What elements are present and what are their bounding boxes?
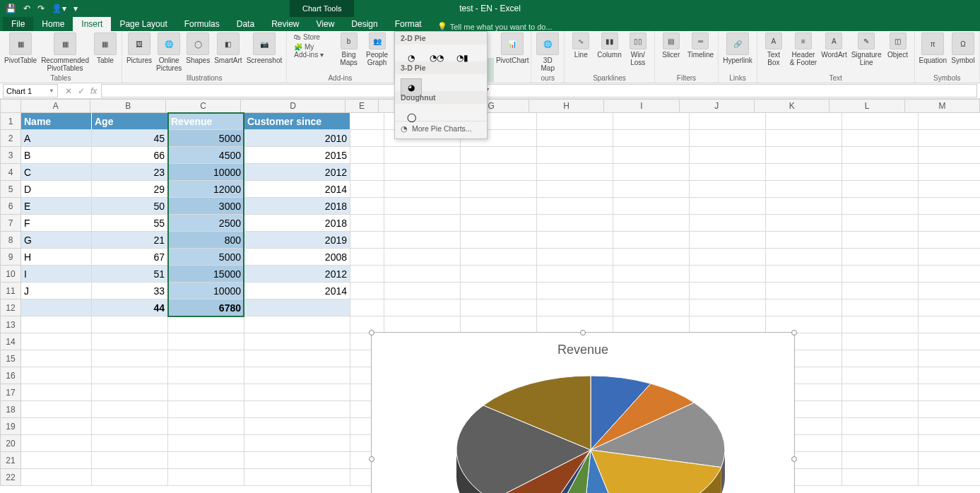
cell[interactable] — [21, 452, 92, 469]
cell[interactable] — [919, 401, 980, 418]
cell[interactable] — [766, 164, 842, 181]
cell[interactable] — [842, 367, 919, 384]
cell[interactable]: 12000 — [168, 181, 244, 198]
cell[interactable] — [92, 350, 168, 367]
column-header[interactable]: E — [346, 99, 379, 113]
pie-of-pie-button[interactable]: ◔◔ — [426, 49, 447, 67]
cell[interactable] — [537, 316, 613, 333]
cell[interactable]: Revenue — [168, 113, 244, 130]
cell[interactable] — [842, 147, 919, 164]
cell[interactable] — [690, 283, 766, 299]
tab-formulas[interactable]: Formulas — [176, 17, 228, 31]
cell[interactable] — [919, 384, 980, 401]
cell[interactable] — [690, 215, 766, 232]
cell[interactable] — [21, 469, 92, 486]
cell[interactable]: 50 — [92, 198, 168, 215]
chart-object[interactable]: Revenue 12345678910 — [371, 332, 795, 493]
cell[interactable] — [537, 181, 613, 198]
name-box[interactable]: Chart 1▼ — [3, 84, 58, 97]
hyperlink-button[interactable]: 🔗Hyperlink — [723, 32, 752, 64]
cell[interactable] — [461, 232, 537, 249]
cell[interactable] — [690, 130, 766, 147]
cell[interactable] — [537, 299, 613, 316]
fx-icon[interactable]: fx — [90, 86, 97, 96]
people-graph-button[interactable]: 👥People Graph — [365, 32, 389, 66]
row-header[interactable]: 21 — [0, 452, 21, 469]
column-header[interactable]: B — [90, 99, 165, 113]
undo-icon[interactable]: ↶ — [23, 4, 30, 13]
cell[interactable] — [842, 469, 919, 486]
cell[interactable] — [168, 452, 244, 469]
tell-me[interactable]: 💡Tell me what you want to do... — [437, 22, 553, 31]
cell[interactable] — [919, 418, 980, 435]
cell[interactable] — [766, 283, 842, 299]
sparkline-column-button[interactable]: ▮▮Column — [597, 32, 621, 59]
tab-review[interactable]: Review — [263, 17, 307, 31]
cell[interactable] — [384, 299, 461, 316]
cell[interactable] — [842, 181, 919, 198]
cell[interactable]: 10000 — [168, 164, 244, 181]
cell[interactable] — [350, 232, 384, 249]
signature-button[interactable]: ✎Signature Line — [851, 32, 882, 66]
cell[interactable] — [92, 435, 168, 452]
cell[interactable] — [842, 198, 919, 215]
chart-title[interactable]: Revenue — [372, 343, 794, 357]
cell[interactable] — [461, 299, 537, 316]
resize-handle[interactable] — [791, 330, 797, 335]
symbol-button[interactable]: ΩSymbol — [951, 32, 975, 64]
cell[interactable] — [244, 384, 350, 401]
cell[interactable] — [919, 469, 980, 486]
cell[interactable] — [350, 198, 384, 215]
tab-page-layout[interactable]: Page Layout — [111, 17, 175, 31]
cell[interactable] — [842, 401, 919, 418]
cell[interactable] — [244, 418, 350, 435]
my-addins-button[interactable]: 🧩 My Add-ins ▾ — [291, 42, 332, 59]
row-header[interactable]: 8 — [0, 232, 21, 249]
cell[interactable]: F — [21, 215, 92, 232]
cell[interactable] — [350, 113, 384, 130]
cell[interactable] — [537, 113, 613, 130]
resize-handle[interactable] — [580, 330, 586, 335]
cell[interactable] — [384, 164, 461, 181]
cell[interactable] — [919, 249, 980, 266]
cell[interactable] — [537, 283, 613, 299]
cell[interactable] — [384, 181, 461, 198]
cell[interactable] — [690, 299, 766, 316]
qat-more-icon[interactable]: ▾ — [73, 4, 78, 13]
cell[interactable] — [766, 316, 842, 333]
cell[interactable] — [613, 113, 690, 130]
row-header[interactable]: 2 — [0, 130, 21, 147]
cell[interactable] — [350, 249, 384, 266]
cell[interactable]: Age — [92, 113, 168, 130]
cell[interactable] — [244, 469, 350, 486]
cell[interactable] — [842, 316, 919, 333]
cell[interactable] — [537, 266, 613, 283]
cell[interactable] — [461, 215, 537, 232]
header-footer-button[interactable]: ≡Header & Footer — [790, 32, 817, 66]
cell[interactable]: 6780 — [168, 299, 244, 316]
cell[interactable] — [537, 198, 613, 215]
row-header[interactable]: 22 — [0, 469, 21, 486]
column-header[interactable]: J — [680, 99, 755, 113]
slicer-button[interactable]: ▤Slicer — [659, 32, 683, 59]
cell[interactable] — [21, 299, 92, 316]
cell[interactable]: 2008 — [244, 249, 350, 266]
cell[interactable] — [842, 113, 919, 130]
chevron-down-icon[interactable]: ▼ — [49, 88, 54, 94]
row-header[interactable]: 7 — [0, 215, 21, 232]
column-header[interactable]: D — [241, 99, 346, 113]
pivottable-button[interactable]: ▦PivotTable — [4, 32, 37, 64]
cell[interactable]: B — [21, 147, 92, 164]
cell[interactable]: 4500 — [168, 147, 244, 164]
cell[interactable] — [244, 299, 350, 316]
cell[interactable] — [919, 164, 980, 181]
cell[interactable] — [21, 316, 92, 333]
cell[interactable] — [919, 113, 980, 130]
cell[interactable] — [690, 164, 766, 181]
cell[interactable] — [461, 249, 537, 266]
cell[interactable] — [919, 215, 980, 232]
cell[interactable] — [92, 401, 168, 418]
pictures-button[interactable]: 🖼Pictures — [126, 32, 152, 64]
cell[interactable] — [766, 266, 842, 283]
cell[interactable] — [92, 469, 168, 486]
